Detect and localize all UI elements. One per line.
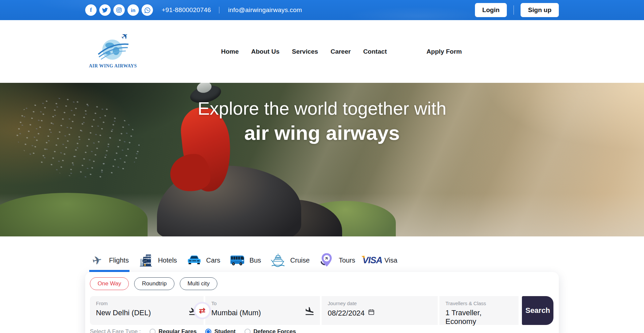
hotel-icon: HOTEL [138,253,154,267]
trip-type-multi-city[interactable]: Multi city [180,277,217,290]
booking-section: ✈ Flights HOTEL [85,251,559,333]
fare-type-label: Select A Fare Type : [90,328,141,333]
phone-link[interactable]: +91-8800020746 [162,6,211,14]
search-button[interactable]: Search [522,296,553,325]
cruise-icon [270,253,286,267]
globe-plane-icon: ✈ [96,34,130,63]
social-links: f in [85,4,153,16]
fare-option-defence[interactable]: Defence Forces [245,328,296,333]
linkedin-icon[interactable]: in [127,4,139,16]
hero-title: Explore the world together with air wing… [0,83,644,145]
travellers-class-field[interactable]: Travellers & Class 1 Traveller, Economy [439,296,519,325]
main-nav: Home About Us Services Career Contact [221,48,387,55]
facebook-icon[interactable]: f [85,4,97,16]
flight-landing-icon [305,306,315,318]
radio-checked-icon[interactable] [205,329,211,333]
hero-title-line1: Explore the world together with [0,98,644,119]
bus-icon [230,253,245,267]
nav-contact[interactable]: Contact [363,48,387,55]
auth-buttons: Login Sign up [475,3,559,17]
radio-unchecked-icon[interactable] [245,329,251,333]
auth-divider [514,5,514,15]
tour-pin-icon: ✈ [319,253,334,267]
topbar: f in +91-8800020746 info@airwingairways.… [0,0,644,20]
swap-arrows-icon[interactable]: ⇄ [195,303,209,318]
calendar-icon[interactable] [368,309,375,318]
search-fields-row: From New Delhi (DEL) ⇄ To Mumbai (Mum) J… [90,296,553,325]
fare-option-student[interactable]: Student [205,328,235,333]
tab-flights[interactable]: ✈ Flights [89,251,129,272]
visa-logo-icon: VISA [365,253,380,267]
from-field[interactable]: From New Delhi (DEL) [90,296,204,325]
logo[interactable]: ✈ AIR WING AIRWAYS [85,34,141,69]
fare-option-regular[interactable]: Regular Fares [150,328,197,333]
nav-apply-form[interactable]: Apply Form [426,48,462,55]
whatsapp-icon[interactable] [142,4,153,16]
flight-icon: ✈ [89,253,105,267]
radio-unchecked-icon[interactable] [150,329,156,333]
topbar-divider [219,7,219,13]
nav-home[interactable]: Home [221,48,239,55]
svg-text:✈: ✈ [118,34,130,43]
hero-rock-decoration [231,200,342,236]
tab-visa[interactable]: VISA Visa [365,251,398,272]
hero-bush-right-decoration [295,201,396,236]
site-header: ✈ AIR WING AIRWAYS Home About Us Service… [0,20,644,83]
signup-button[interactable]: Sign up [521,3,559,17]
trip-type-pills: One Way Roundtrip Multi city [90,277,553,290]
twitter-icon[interactable] [99,4,111,16]
hero-bush-left-decoration [0,193,148,236]
nav-services[interactable]: Services [292,48,318,55]
booking-tabs: ✈ Flights HOTEL [85,251,559,272]
fare-type-row: Select A Fare Type : Regular Fares Stude… [90,328,553,333]
journey-date-field[interactable]: Journey date 08/22/2024 [322,296,438,325]
nav-about-us[interactable]: About Us [251,48,279,55]
login-button[interactable]: Login [475,3,507,17]
tab-tours[interactable]: ✈ Tours [319,251,356,272]
tab-cars[interactable]: Cars [186,251,221,272]
hero-banner: Explore the world together with air wing… [0,83,644,236]
tab-bus[interactable]: Bus [230,251,262,272]
flight-search-card: One Way Roundtrip Multi city From New De… [85,272,559,333]
email-link[interactable]: info@airwingairways.com [228,6,302,14]
logo-text: AIR WING AIRWAYS [85,63,141,69]
instagram-icon[interactable] [113,4,125,16]
nav-career[interactable]: Career [330,48,351,55]
trip-type-one-way[interactable]: One Way [90,277,129,290]
hero-title-line2: air wing airways [0,121,644,145]
hero-rock-decoration [157,166,301,236]
trip-type-roundtrip[interactable]: Roundtrip [134,277,174,290]
tab-hotels[interactable]: HOTEL Hotels [138,251,178,272]
car-icon [186,253,202,267]
to-field[interactable]: To Mumbai (Mum) [205,296,320,325]
tab-cruise[interactable]: Cruise [270,251,310,272]
